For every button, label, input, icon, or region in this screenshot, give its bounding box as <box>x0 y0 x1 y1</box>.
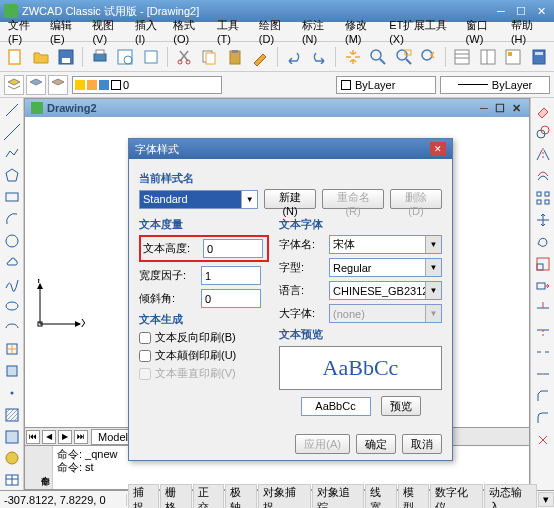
fontname-select[interactable]: 宋体▼ <box>329 235 442 254</box>
layer-previous-button[interactable] <box>48 75 68 95</box>
trim-tool[interactable] <box>533 298 553 318</box>
copy-tool[interactable] <box>533 122 553 142</box>
menu-edit[interactable]: 编辑(E) <box>46 16 88 47</box>
tab-first-button[interactable]: ⏮ <box>26 430 40 444</box>
polygon-tool[interactable] <box>2 165 22 185</box>
dyn-input-toggle[interactable]: 动态输入 <box>484 484 537 509</box>
menu-help[interactable]: 帮助(H) <box>507 16 550 47</box>
ortho-toggle[interactable]: 正交 <box>193 484 224 509</box>
width-input[interactable] <box>201 266 261 285</box>
tool-palettes-button[interactable] <box>502 45 524 69</box>
status-menu-button[interactable]: ▾ <box>538 492 554 507</box>
join-tool[interactable] <box>533 364 553 384</box>
new-style-button[interactable]: 新建(N) <box>264 189 316 209</box>
tab-next-button[interactable]: ▶ <box>58 430 72 444</box>
menu-file[interactable]: 文件(F) <box>4 16 46 47</box>
insert-block-tool[interactable] <box>2 340 22 360</box>
array-tool[interactable] <box>533 188 553 208</box>
redo-button[interactable] <box>308 45 330 69</box>
upsidedown-checkbox[interactable]: 文本颠倒印刷(U) <box>139 348 269 363</box>
color-selector[interactable]: ByLayer <box>336 76 436 94</box>
revision-cloud-tool[interactable] <box>2 252 22 272</box>
command-grip[interactable]: 部命令 <box>25 446 53 489</box>
layer-states-button[interactable] <box>26 75 46 95</box>
explode-tool[interactable] <box>533 430 553 450</box>
menu-tools[interactable]: 工具(T) <box>213 16 255 47</box>
grid-toggle[interactable]: 栅格 <box>160 484 191 509</box>
cancel-button[interactable]: 取消 <box>402 434 442 454</box>
polyline-tool[interactable] <box>2 144 22 164</box>
ok-button[interactable]: 确定 <box>356 434 396 454</box>
extend-tool[interactable] <box>533 320 553 340</box>
menu-format[interactable]: 格式(O) <box>169 16 213 47</box>
rectangle-tool[interactable] <box>2 187 22 207</box>
delete-style-button[interactable]: 删除(D) <box>390 189 442 209</box>
make-block-tool[interactable] <box>2 361 22 381</box>
offset-tool[interactable] <box>533 166 553 186</box>
menu-view[interactable]: 视图(V) <box>88 16 130 47</box>
osnap-toggle[interactable]: 对象捕捉 <box>258 484 311 509</box>
erase-tool[interactable] <box>533 100 553 120</box>
rotate-tool[interactable] <box>533 232 553 252</box>
publish-button[interactable] <box>139 45 161 69</box>
oblique-input[interactable] <box>201 289 261 308</box>
print-preview-button[interactable] <box>114 45 136 69</box>
line-tool[interactable] <box>2 100 22 120</box>
layer-selector[interactable]: 0 <box>72 76 222 94</box>
mirror-tool[interactable] <box>533 144 553 164</box>
circle-tool[interactable] <box>2 231 22 251</box>
doc-minimize-button[interactable]: ─ <box>477 102 491 114</box>
lineweight-toggle[interactable]: 线宽 <box>365 484 396 509</box>
apply-button[interactable]: 应用(A) <box>295 434 350 454</box>
dialog-close-button[interactable]: ✕ <box>430 142 446 156</box>
tab-prev-button[interactable]: ◀ <box>42 430 56 444</box>
matchprop-button[interactable] <box>249 45 271 69</box>
scale-tool[interactable] <box>533 254 553 274</box>
otrack-toggle[interactable]: 对象追踪 <box>312 484 365 509</box>
fontstyle-select[interactable]: Regular▼ <box>329 258 442 277</box>
menu-draw[interactable]: 绘图(D) <box>255 16 298 47</box>
menu-window[interactable]: 窗口(W) <box>462 16 507 47</box>
gradient-tool[interactable] <box>2 427 22 447</box>
menu-insert[interactable]: 插入(I) <box>131 16 169 47</box>
layer-manager-button[interactable] <box>4 75 24 95</box>
xline-tool[interactable] <box>2 122 22 142</box>
tab-last-button[interactable]: ⏭ <box>74 430 88 444</box>
zoom-window-button[interactable] <box>392 45 414 69</box>
cut-button[interactable] <box>173 45 195 69</box>
chamfer-tool[interactable] <box>533 386 553 406</box>
style-name-select[interactable]: Standard ▼ <box>139 190 258 209</box>
design-center-button[interactable] <box>477 45 499 69</box>
preview-button[interactable]: 预览 <box>381 396 421 416</box>
linetype-selector[interactable]: ByLayer <box>440 76 550 94</box>
zoom-previous-button[interactable] <box>418 45 440 69</box>
arc-tool[interactable] <box>2 209 22 229</box>
dialog-titlebar[interactable]: 字体样式 ✕ <box>129 139 452 159</box>
break-tool[interactable] <box>533 342 553 362</box>
region-tool[interactable] <box>2 449 22 469</box>
coordinate-display[interactable]: -307.8122, 7.8229, 0 <box>0 494 127 506</box>
save-button[interactable] <box>55 45 77 69</box>
ellipse-arc-tool[interactable] <box>2 318 22 338</box>
fillet-tool[interactable] <box>533 408 553 428</box>
properties-button[interactable] <box>451 45 473 69</box>
snap-toggle[interactable]: 捕捉 <box>128 484 159 509</box>
rename-style-button[interactable]: 重命名(R) <box>322 189 384 209</box>
stretch-tool[interactable] <box>533 276 553 296</box>
zoom-realtime-button[interactable] <box>367 45 389 69</box>
menu-dimension[interactable]: 标注(N) <box>298 16 341 47</box>
tablet-toggle[interactable]: 数字化仪 <box>430 484 483 509</box>
height-input[interactable] <box>203 239 263 258</box>
undo-button[interactable] <box>283 45 305 69</box>
pan-button[interactable] <box>341 45 363 69</box>
print-button[interactable] <box>88 45 110 69</box>
hatch-tool[interactable] <box>2 405 22 425</box>
menu-et[interactable]: ET扩展工具(X) <box>385 16 461 47</box>
move-tool[interactable] <box>533 210 553 230</box>
open-file-button[interactable] <box>29 45 51 69</box>
table-tool[interactable] <box>2 470 22 490</box>
preview-input[interactable] <box>301 397 371 416</box>
menu-modify[interactable]: 修改(M) <box>341 16 385 47</box>
calculator-button[interactable] <box>528 45 550 69</box>
model-toggle[interactable]: 模型 <box>398 484 429 509</box>
